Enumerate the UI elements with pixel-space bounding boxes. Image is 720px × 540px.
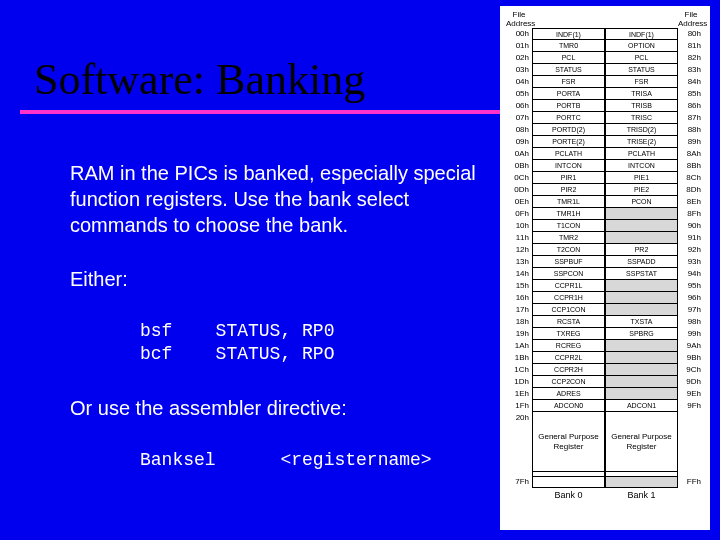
address-right: 84h: [678, 76, 704, 88]
address-left: 06h: [506, 100, 532, 112]
register-row: 16hCCPR1H96h: [506, 292, 704, 304]
register-bank1: STATUS: [605, 64, 678, 76]
address-left: 00h: [506, 28, 532, 40]
register-bank0: PORTC: [532, 112, 605, 124]
register-bank1: ADCON1: [605, 400, 678, 412]
address-right: 9Ch: [678, 364, 704, 376]
code-block-1: bsf STATUS, RP0 bcf STATUS, RPO: [140, 320, 480, 367]
register-row: 06hPORTBTRISB86h: [506, 100, 704, 112]
address-left: 0Dh: [506, 184, 532, 196]
slide-body: RAM in the PICs is banked, especially sp…: [70, 160, 480, 500]
register-bank0: CCPR1H: [532, 292, 605, 304]
register-bank0: SSPBUF: [532, 256, 605, 268]
register-bank0: PCL: [532, 52, 605, 64]
address-left: 16h: [506, 292, 532, 304]
register-row: 1DhCCP2CON9Dh: [506, 376, 704, 388]
register-bank1: INTCON: [605, 160, 678, 172]
register-bank1: TRISC: [605, 112, 678, 124]
bank1-label: Bank 1: [605, 490, 678, 500]
address-left: 13h: [506, 256, 532, 268]
address-right: 83h: [678, 64, 704, 76]
register-row: 1BhCCPR2L9Bh: [506, 352, 704, 364]
register-bank0: CCPR2H: [532, 364, 605, 376]
address-left: 1Dh: [506, 376, 532, 388]
address-left: 1Eh: [506, 388, 532, 400]
register-bank1: TRISB: [605, 100, 678, 112]
address-right: 8Dh: [678, 184, 704, 196]
intro-paragraph: RAM in the PICs is banked, especially sp…: [70, 160, 480, 238]
address-left: 03h: [506, 64, 532, 76]
register-bank0: ADCON0: [532, 400, 605, 412]
address-right: 9Eh: [678, 388, 704, 400]
address-right: 98h: [678, 316, 704, 328]
address-right: 8Ch: [678, 172, 704, 184]
register-bank0: ADRES: [532, 388, 605, 400]
address-left: 0Fh: [506, 208, 532, 220]
register-row: 0ChPIR1PIE18Ch: [506, 172, 704, 184]
register-bank0: TMR1H: [532, 208, 605, 220]
last-row: 7Fh FFh: [506, 476, 704, 488]
register-bank1: PIE1: [605, 172, 678, 184]
register-bank0: TMR0: [532, 40, 605, 52]
register-row: 18hRCSTATXSTA98h: [506, 316, 704, 328]
address-right: 8Fh: [678, 208, 704, 220]
register-bank0: RCREG: [532, 340, 605, 352]
register-bank0: PORTE(2): [532, 136, 605, 148]
register-bank1: [605, 388, 678, 400]
address-right: 9Dh: [678, 376, 704, 388]
address-left: 0Ch: [506, 172, 532, 184]
register-bank1: SSPSTAT: [605, 268, 678, 280]
register-bank0: PORTA: [532, 88, 605, 100]
register-bank1: TRISE(2): [605, 136, 678, 148]
register-bank0: FSR: [532, 76, 605, 88]
register-bank0: SSPCON: [532, 268, 605, 280]
register-row: 10hT1CON90h: [506, 220, 704, 232]
address-left: 09h: [506, 136, 532, 148]
register-bank1: [605, 376, 678, 388]
register-bank1: [605, 304, 678, 316]
gpr-label-bank0: General Purpose Register: [532, 412, 605, 472]
register-bank0: CCPR1L: [532, 280, 605, 292]
address-left: 18h: [506, 316, 532, 328]
register-bank1: [605, 340, 678, 352]
address-left: 05h: [506, 88, 532, 100]
register-row: 17hCCP1CON97h: [506, 304, 704, 316]
address-right: 88h: [678, 124, 704, 136]
address-right: 92h: [678, 244, 704, 256]
address-right: 8Bh: [678, 160, 704, 172]
register-bank1: TRISA: [605, 88, 678, 100]
address-right: 91h: [678, 232, 704, 244]
register-bank0: PORTB: [532, 100, 605, 112]
address-left: 04h: [506, 76, 532, 88]
register-bank1: PCL: [605, 52, 678, 64]
gpr-address-left: 20h: [506, 412, 532, 472]
address-right: 95h: [678, 280, 704, 292]
register-bank0: TMR2: [532, 232, 605, 244]
register-bank1: TRISD(2): [605, 124, 678, 136]
address-right: 85h: [678, 88, 704, 100]
register-bank0: T1CON: [532, 220, 605, 232]
register-bank1: PIE2: [605, 184, 678, 196]
address-left: 08h: [506, 124, 532, 136]
register-bank0: CCP1CON: [532, 304, 605, 316]
file-address-label-right: File Address: [678, 10, 704, 28]
address-left: 1Ah: [506, 340, 532, 352]
address-right: 89h: [678, 136, 704, 148]
address-right: 8Eh: [678, 196, 704, 208]
register-bank1: [605, 280, 678, 292]
register-row: 1FhADCON0ADCON19Fh: [506, 400, 704, 412]
register-bank1: TXSTA: [605, 316, 678, 328]
register-bank1: PR2: [605, 244, 678, 256]
register-bank1: INDF(1): [605, 28, 678, 40]
address-right: 90h: [678, 220, 704, 232]
register-row: 00hINDF(1)INDF(1)80h: [506, 28, 704, 40]
register-bank1: SPBRG: [605, 328, 678, 340]
address-right: 82h: [678, 52, 704, 64]
address-left: 01h: [506, 40, 532, 52]
address-right: 99h: [678, 328, 704, 340]
register-bank0: INTCON: [532, 160, 605, 172]
gpr-label-bank1: General Purpose Register: [605, 412, 678, 472]
address-left: 19h: [506, 328, 532, 340]
register-row: 02hPCLPCL82h: [506, 52, 704, 64]
register-bank0: RCSTA: [532, 316, 605, 328]
